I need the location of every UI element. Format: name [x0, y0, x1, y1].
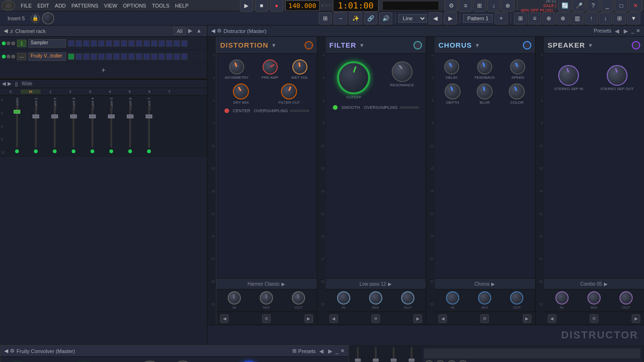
speaker-in-knob[interactable] [555, 291, 569, 304]
window-btn-2[interactable]: 🎤 [572, 0, 586, 12]
channel-dot-3[interactable] [11, 41, 15, 45]
chorus-out-knob[interactable] [510, 291, 523, 304]
right-btn-3[interactable]: ⊕ [542, 12, 555, 25]
pad-10[interactable] [136, 40, 142, 47]
rb-fader-handle-4[interactable] [409, 359, 414, 362]
channel2-dot-3[interactable] [11, 55, 15, 58]
menu-help[interactable]: HELP [172, 2, 191, 9]
dist-in-knob[interactable] [228, 291, 241, 304]
channel-name-controller[interactable]: Fruity V...troller [28, 52, 66, 61]
menu-edit[interactable]: EDIT [34, 2, 52, 9]
stop-button[interactable]: ■ [255, 0, 268, 12]
delay-knob[interactable] [444, 59, 459, 74]
bpm-display[interactable]: 140.000 [285, 0, 320, 11]
speaker-preset[interactable]: Combo 05 ▶ [544, 278, 644, 289]
menu-tools[interactable]: TOOLS [149, 2, 172, 9]
insert-btn-3[interactable]: ✨ [349, 12, 362, 25]
channel-dot-active[interactable] [2, 41, 6, 45]
speaker-control-left[interactable]: ◀ [548, 314, 556, 323]
filter-in-knob[interactable] [337, 291, 350, 304]
pad-ctrl-16[interactable] [181, 53, 188, 60]
rb-fader-handle-2[interactable] [373, 359, 379, 362]
channel-rack-expand[interactable]: ▲ [195, 27, 203, 35]
preset-nav-right[interactable]: ▶ [622, 28, 629, 34]
pad-11[interactable] [143, 40, 150, 47]
convolver-preset-left[interactable]: ◀ [318, 348, 325, 354]
filter-dropdown-icon[interactable]: ▼ [359, 42, 364, 48]
distructor-minimize[interactable]: _ [631, 28, 634, 34]
pad-ctrl-5[interactable] [98, 53, 105, 60]
dist-control-gear[interactable]: ⚙ [262, 314, 271, 323]
menu-patterns[interactable]: PATTERNS [69, 2, 101, 9]
pad-ctrl-6[interactable] [106, 53, 112, 60]
dist-control-left[interactable]: ◀ [220, 314, 229, 323]
insert3-led[interactable] [72, 149, 75, 153]
right-btn-1[interactable]: ⊞ [514, 12, 527, 25]
filter-toggle[interactable] [413, 41, 422, 49]
oversampling-select-dist[interactable] [290, 110, 309, 112]
filter-oversampling-select[interactable] [400, 107, 419, 108]
pad-9[interactable] [128, 40, 135, 47]
distructor-nav-left[interactable]: ◀ [211, 28, 215, 34]
rb-small-knob-2[interactable] [436, 360, 445, 362]
knob-insert[interactable] [42, 12, 54, 25]
filter-preset[interactable]: Low pass 12 ▶ [326, 278, 426, 289]
menu-options[interactable]: OPTIONS [120, 2, 149, 9]
pad-15[interactable] [173, 40, 180, 47]
insert2-fader-handle[interactable] [51, 115, 58, 118]
line-nav-left[interactable]: ◀ [429, 12, 442, 25]
pad-4[interactable] [91, 40, 97, 47]
insert5-fader-handle[interactable] [108, 115, 115, 118]
distortion-preset[interactable]: Harmor Classic ▶ [216, 278, 317, 289]
channel-rack-nav-prev[interactable]: ◀ [4, 28, 8, 34]
pad-ctrl-9[interactable] [128, 53, 135, 60]
pad-ctrl-7[interactable] [113, 53, 120, 60]
add-channel-btn[interactable]: + [101, 66, 106, 74]
chorus-preset[interactable]: Chorus ▶ [435, 278, 535, 289]
pad-ctrl-11[interactable] [143, 53, 150, 60]
play-button[interactable]: ▶ [240, 0, 253, 12]
preamp-knob[interactable] [263, 59, 278, 74]
pad-ctrl-14[interactable] [166, 53, 173, 60]
pad-ctrl-1[interactable] [68, 53, 74, 60]
convolver-minimize[interactable]: _ [336, 348, 339, 354]
preset-nav-left[interactable]: ◀ [613, 28, 620, 34]
window-btn-3[interactable]: ? [586, 0, 600, 12]
convolver-preset-right[interactable]: ▶ [327, 348, 334, 354]
speaker-mix-knob[interactable] [587, 291, 601, 304]
insert1-fader-handle[interactable] [33, 115, 39, 118]
right-btn-5[interactable]: ▥ [570, 12, 584, 25]
dist-control-right[interactable]: ▶ [305, 314, 313, 323]
insert6-led[interactable] [128, 149, 132, 153]
drymix-knob[interactable] [233, 83, 249, 99]
insert2-led[interactable] [53, 149, 57, 153]
insert1-led[interactable] [34, 149, 38, 153]
convolver-close[interactable]: ✕ [340, 348, 345, 354]
insert4-fader-handle[interactable] [89, 115, 96, 118]
speaker-toggle[interactable] [632, 41, 640, 49]
insert6-fader-handle[interactable] [127, 115, 133, 118]
distructor-close[interactable]: ✕ [636, 28, 640, 34]
insert3-fader-handle[interactable] [70, 115, 77, 118]
stereo-sep-out-knob[interactable] [607, 65, 627, 86]
mixer-wide-toggle[interactable]: || [15, 81, 18, 87]
channel2-dot-2[interactable] [7, 55, 10, 58]
depth-knob[interactable] [445, 83, 461, 99]
toolbar-btn-2[interactable]: ≡ [459, 0, 472, 12]
chorus-control-gear[interactable]: ⚙ [480, 314, 489, 323]
insert5-led[interactable] [109, 149, 113, 153]
chorus-toggle[interactable] [523, 41, 531, 49]
minimize-btn[interactable]: _ [601, 0, 614, 12]
right-btn-9[interactable]: ▼ [627, 12, 640, 25]
line-select[interactable]: Line [398, 14, 427, 23]
channel-rack-nav-right[interactable]: ▶ [187, 27, 194, 35]
asymmetry-knob[interactable] [229, 59, 244, 74]
rb-small-knob-3[interactable] [447, 360, 456, 362]
blur-knob[interactable] [477, 83, 493, 99]
toolbar-btn-1[interactable]: ⚙ [445, 0, 458, 12]
channel-name-sampler[interactable]: Sampler [28, 39, 66, 48]
feedback-knob[interactable] [477, 59, 492, 74]
channel2-dot-active[interactable] [2, 55, 6, 58]
insert7-led[interactable] [147, 149, 151, 153]
chorus-control-left[interactable]: ◀ [438, 314, 447, 323]
